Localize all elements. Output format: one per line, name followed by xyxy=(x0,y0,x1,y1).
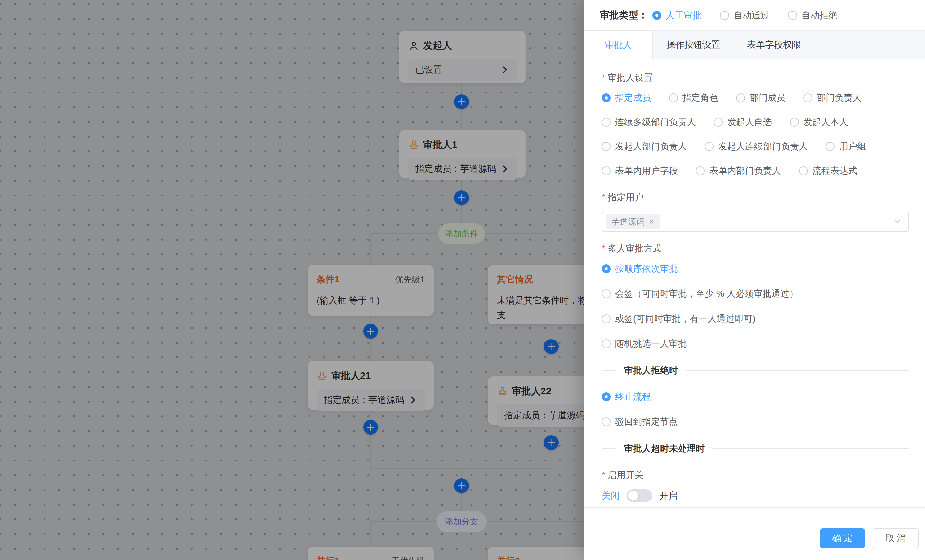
radio-countersign[interactable]: 会签（可同时审批，至少 % 人必须审批通过） xyxy=(602,288,909,300)
radio-label: 按顺序依次审批 xyxy=(615,263,678,275)
radio-icon xyxy=(826,142,835,151)
radio-icon xyxy=(803,93,812,102)
approval-type-auto-reject-radio[interactable]: 自动拒绝 xyxy=(788,9,837,21)
radio-icon xyxy=(696,166,705,175)
timeout-section-divider: 审批人超时未处理时 xyxy=(602,443,909,455)
radio-icon xyxy=(602,314,611,323)
radio-icon xyxy=(602,392,611,401)
radio-form-user-field[interactable]: 表单内用户字段 xyxy=(602,165,678,177)
approval-type-label: 审批类型： xyxy=(600,9,648,22)
radio-label: 自动拒绝 xyxy=(801,9,837,21)
radio-starter-self-select[interactable]: 发起人自选 xyxy=(714,116,772,128)
radio-label: 自动通过 xyxy=(734,9,770,21)
tab-button-settings[interactable]: 操作按钮设置 xyxy=(653,31,734,59)
radio-starter-multi-dept-leader[interactable]: 发起人连续部门负责人 xyxy=(705,140,808,153)
approval-type-row: 审批类型： 人工审批 自动通过 自动拒绝 xyxy=(585,0,925,30)
switch-on-text[interactable]: 开启 xyxy=(659,489,677,502)
radio-user-group[interactable]: 用户组 xyxy=(826,140,866,153)
radio-icon xyxy=(602,339,611,348)
radio-dept-member[interactable]: 部门成员 xyxy=(736,92,785,104)
radio-icon xyxy=(705,142,714,151)
reject-section-title: 审批人拒绝时 xyxy=(624,364,678,376)
radio-label: 发起人部门负责人 xyxy=(615,140,687,153)
radio-icon xyxy=(602,166,611,175)
radio-random-one[interactable]: 随机挑选一人审批 xyxy=(602,337,909,350)
radio-icon xyxy=(669,93,678,102)
radio-assign-member[interactable]: 指定成员 xyxy=(602,92,651,104)
radio-process-expression[interactable]: 流程表达式 xyxy=(799,165,857,177)
tab-form-field-permission[interactable]: 表单字段权限 xyxy=(734,31,814,59)
user-tag-text: 芋道源码 xyxy=(611,216,645,227)
timeout-switch-row: 关闭 开启 xyxy=(602,489,909,502)
chevron-down-icon xyxy=(893,217,902,226)
drawer-footer: 确 定 取 消 xyxy=(585,507,925,560)
approval-type-manual-radio[interactable]: 人工审批 xyxy=(652,9,702,21)
timeout-toggle[interactable] xyxy=(627,489,652,502)
radio-icon xyxy=(602,118,611,127)
radio-label: 部门负责人 xyxy=(817,92,862,104)
radio-icon xyxy=(720,11,729,20)
radio-icon xyxy=(736,93,745,102)
tag-close-icon[interactable]: × xyxy=(649,217,654,227)
radio-label: 终止流程 xyxy=(615,391,651,403)
radio-sequential-approve[interactable]: 按顺序依次审批 xyxy=(602,263,909,275)
approval-type-auto-pass-radio[interactable]: 自动通过 xyxy=(720,9,770,21)
radio-form-dept-leader[interactable]: 表单内部门负责人 xyxy=(696,165,781,177)
radio-icon xyxy=(714,118,723,127)
radio-label: 驳回到指定节点 xyxy=(615,415,678,428)
radio-icon xyxy=(652,11,661,20)
radio-label: 流程表达式 xyxy=(812,165,857,177)
radio-dept-leader[interactable]: 部门负责人 xyxy=(803,92,862,104)
cancel-button[interactable]: 取 消 xyxy=(872,528,919,548)
user-tag[interactable]: 芋道源码 × xyxy=(606,214,660,229)
radio-return-to-node[interactable]: 驳回到指定节点 xyxy=(602,415,909,428)
radio-label: 或签(可同时审批，有一人通过即可) xyxy=(615,313,756,325)
switch-off-text[interactable]: 关闭 xyxy=(602,489,620,502)
approver-settings-drawer: 审批类型： 人工审批 自动通过 自动拒绝 审批人 操作按钮设置 表单字段权限 审… xyxy=(585,0,925,560)
radio-icon xyxy=(799,166,808,175)
app-root: 发起人 已设置 审批人1 指定成员：芋道源码 添加条件 xyxy=(0,0,925,560)
radio-starter-dept-leader[interactable]: 发起人部门负责人 xyxy=(602,140,687,153)
radio-assign-role[interactable]: 指定角色 xyxy=(669,92,718,104)
radio-label: 指定成员 xyxy=(615,92,651,104)
timeout-section-title: 审批人超时未处理时 xyxy=(624,443,705,455)
drawer-content: 审批人设置 指定成员 指定角色 部门成员 部门负责人 xyxy=(585,59,925,507)
radio-label: 随机挑选一人审批 xyxy=(615,337,687,350)
approver-setting-radio-group: 指定成员 指定角色 部门成员 部门负责人 连续多级部门负责人 xyxy=(602,92,909,189)
radio-label: 表单内用户字段 xyxy=(615,165,678,177)
radio-icon xyxy=(602,142,611,151)
assign-user-select[interactable]: 芋道源码 × xyxy=(602,212,909,232)
radio-icon xyxy=(602,264,611,273)
radio-label: 连续多级部门负责人 xyxy=(615,116,696,128)
radio-icon xyxy=(790,118,799,127)
multi-approve-label: 多人审批方式 xyxy=(602,242,909,255)
radio-label: 用户组 xyxy=(839,140,866,153)
reject-radio-group: 终止流程 驳回到指定节点 xyxy=(602,391,909,428)
multi-approve-radio-group: 按顺序依次审批 会签（可同时审批，至少 % 人必须审批通过） 或签(可同时审批，… xyxy=(602,263,909,350)
radio-icon xyxy=(602,93,611,102)
radio-icon xyxy=(788,11,797,20)
enable-switch-label: 启用开关 xyxy=(602,469,909,482)
settings-tab-bar: 审批人 操作按钮设置 表单字段权限 xyxy=(585,30,925,59)
radio-label: 表单内部门负责人 xyxy=(709,165,781,177)
radio-multi-level-dept-leader[interactable]: 连续多级部门负责人 xyxy=(602,116,696,128)
toggle-knob xyxy=(628,491,638,501)
radio-label: 会签（可同时审批，至少 % 人必须审批通过） xyxy=(615,288,798,300)
confirm-button[interactable]: 确 定 xyxy=(820,528,865,548)
radio-or-sign[interactable]: 或签(可同时审批，有一人通过即可) xyxy=(602,313,909,325)
assign-user-label: 指定用户 xyxy=(602,191,909,204)
radio-label: 人工审批 xyxy=(666,9,702,21)
radio-icon xyxy=(602,289,611,298)
radio-label: 指定角色 xyxy=(682,92,718,104)
radio-label: 部门成员 xyxy=(750,92,785,104)
radio-terminate-process[interactable]: 终止流程 xyxy=(602,391,909,403)
approver-setting-label: 审批人设置 xyxy=(602,71,909,84)
radio-label: 发起人本人 xyxy=(803,116,848,128)
reject-section-divider: 审批人拒绝时 xyxy=(602,364,909,376)
radio-icon xyxy=(602,417,611,426)
radio-label: 发起人自选 xyxy=(727,116,772,128)
radio-starter-self[interactable]: 发起人本人 xyxy=(790,116,848,128)
radio-label: 发起人连续部门负责人 xyxy=(718,140,808,153)
tab-approver[interactable]: 审批人 xyxy=(585,31,653,59)
